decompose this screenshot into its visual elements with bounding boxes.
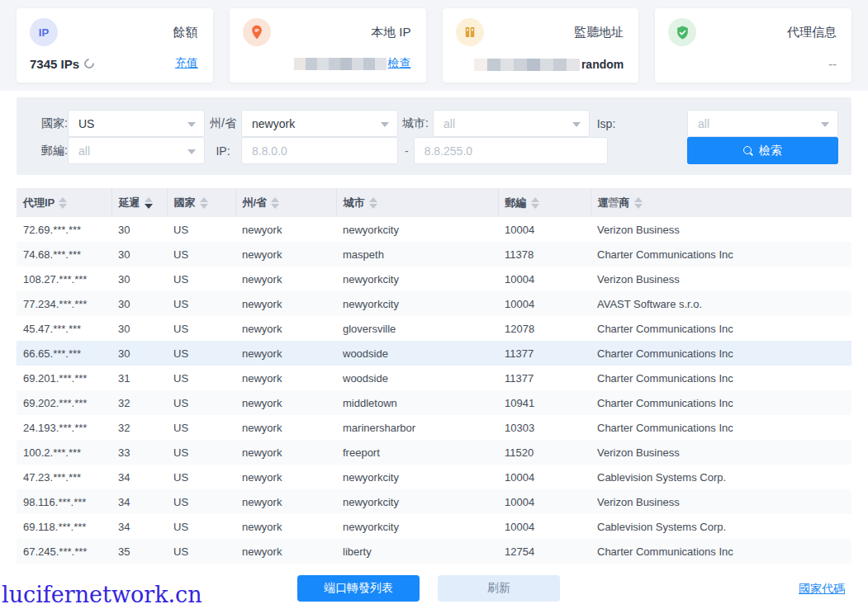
check-ip-link[interactable]: 檢查 bbox=[388, 56, 411, 71]
sort-icons bbox=[59, 197, 67, 209]
refresh-button[interactable]: 刷新 bbox=[438, 575, 560, 602]
table-cell: 69.118.***.*** bbox=[17, 514, 111, 539]
ip-to-input[interactable] bbox=[414, 137, 608, 164]
table-row[interactable]: 108.27.***.***30USnewyorknewyorkcity1000… bbox=[17, 267, 851, 291]
table-cell: 30 bbox=[111, 217, 167, 242]
table-cell: 33 bbox=[111, 440, 167, 465]
table-cell: Verizon Business bbox=[591, 440, 851, 465]
table-cell: 108.27.***.*** bbox=[17, 267, 111, 291]
table-row[interactable]: 100.2.***.***33USnewyorkfreeport11520Ver… bbox=[17, 440, 851, 465]
col-state[interactable]: 州/省 bbox=[235, 188, 336, 217]
table-cell: US bbox=[167, 539, 235, 564]
city-select[interactable]: all bbox=[433, 110, 590, 137]
table-cell: 10303 bbox=[498, 415, 591, 440]
table-cell: 11378 bbox=[498, 242, 591, 267]
table-cell: newyork bbox=[235, 539, 336, 564]
table-cell: 45.47.***.*** bbox=[17, 316, 111, 341]
country-code-link[interactable]: 國家代碼 bbox=[799, 582, 845, 597]
table-row[interactable]: 24.193.***.***32USnewyorkmarinersharbor1… bbox=[17, 415, 851, 440]
table-cell: Charter Communications Inc bbox=[591, 366, 851, 390]
col-latency[interactable]: 延遲 bbox=[111, 188, 167, 217]
table-cell: 32 bbox=[111, 390, 167, 415]
city-label: 城市: bbox=[398, 116, 433, 131]
table-cell: 77.234.***.*** bbox=[17, 291, 111, 316]
card-proxy-info-title: 代理信息 bbox=[787, 25, 837, 40]
listen-address-icon bbox=[456, 18, 484, 46]
col-proxy-ip[interactable]: 代理IP bbox=[17, 188, 111, 217]
table-cell: 47.23.***.*** bbox=[17, 465, 111, 489]
table-cell: US bbox=[167, 415, 235, 440]
table-cell: newyork bbox=[235, 366, 336, 390]
table-cell: woodside bbox=[336, 341, 498, 366]
table-cell: US bbox=[167, 217, 235, 242]
table-cell: 12754 bbox=[498, 539, 591, 564]
table-row[interactable]: 72.69.***.***30USnewyorknewyorkcity10004… bbox=[17, 217, 851, 242]
table-cell: 10004 bbox=[498, 489, 591, 514]
table-cell: Charter Communications Inc bbox=[591, 242, 851, 267]
summary-cards-strip: IP 餘額 7345 IPs 充值 IP 本地 IP 檢查 監聽地 bbox=[0, 0, 868, 91]
table-row[interactable]: 67.245.***.***35USnewyorkliberty12754Cha… bbox=[17, 539, 851, 564]
card-balance: IP 餘額 7345 IPs 充值 bbox=[17, 8, 213, 83]
col-city[interactable]: 城市 bbox=[336, 188, 498, 217]
table-cell: Verizon Business bbox=[591, 489, 851, 514]
table-cell: 32 bbox=[111, 415, 167, 440]
recharge-link[interactable]: 充值 bbox=[175, 56, 198, 71]
table-cell: 12078 bbox=[498, 316, 591, 341]
table-cell: newyorkcity bbox=[336, 217, 498, 242]
ip-from-input[interactable] bbox=[241, 137, 398, 164]
table-cell: newyork bbox=[235, 291, 336, 316]
table-row[interactable]: 98.116.***.***34USnewyorknewyorkcity1000… bbox=[17, 489, 851, 514]
table-cell: marinersharbor bbox=[336, 415, 498, 440]
sort-icons bbox=[531, 197, 539, 209]
table-row[interactable]: 47.23.***.***34USnewyorknewyorkcity10004… bbox=[17, 465, 851, 489]
proxy-table-body: 72.69.***.***30USnewyorknewyorkcity10004… bbox=[17, 217, 851, 564]
table-cell: US bbox=[167, 267, 235, 291]
table-cell: liberty bbox=[336, 539, 498, 564]
col-country[interactable]: 國家 bbox=[167, 188, 235, 217]
table-cell: newyorkcity bbox=[336, 465, 498, 489]
table-cell: newyork bbox=[235, 341, 336, 366]
col-zip[interactable]: 郵編 bbox=[498, 188, 591, 217]
table-cell: 11377 bbox=[498, 366, 591, 390]
search-button[interactable]: 檢索 bbox=[687, 137, 838, 164]
table-row[interactable]: 66.65.***.***30USnewyorkwoodside11377Cha… bbox=[17, 341, 851, 366]
ip-range-separator: - bbox=[405, 144, 409, 158]
table-cell: 31 bbox=[111, 366, 167, 390]
country-select[interactable]: US bbox=[68, 110, 205, 137]
port-forward-list-button[interactable]: 端口轉發列表 bbox=[297, 575, 420, 602]
table-cell: 10004 bbox=[498, 514, 591, 539]
chevron-down-icon bbox=[821, 122, 829, 127]
table-cell: 34 bbox=[111, 514, 167, 539]
table-cell: newyork bbox=[235, 415, 336, 440]
table-cell: Charter Communications Inc bbox=[591, 316, 851, 341]
refresh-balance-icon[interactable] bbox=[83, 57, 97, 71]
table-row[interactable]: 45.47.***.***30USnewyorkgloversville1207… bbox=[17, 316, 851, 341]
table-row[interactable]: 77.234.***.***30USnewyorknewyorkcity1000… bbox=[17, 291, 851, 316]
table-row[interactable]: 69.201.***.***31USnewyorkwoodside11377Ch… bbox=[17, 366, 851, 390]
masked-listen-address bbox=[474, 59, 580, 71]
table-cell: newyork bbox=[235, 390, 336, 415]
table-cell: newyorkcity bbox=[336, 514, 498, 539]
card-local-ip: IP 本地 IP 檢查 bbox=[230, 8, 426, 83]
table-cell: 74.68.***.*** bbox=[17, 242, 111, 267]
table-cell: 34 bbox=[111, 489, 167, 514]
sort-icons bbox=[369, 197, 377, 209]
table-cell: 10004 bbox=[498, 291, 591, 316]
table-cell: 10941 bbox=[498, 390, 591, 415]
table-cell: 10004 bbox=[498, 217, 591, 242]
state-select[interactable]: newyork bbox=[241, 110, 398, 137]
table-cell: newyorkcity bbox=[336, 267, 498, 291]
table-cell: US bbox=[167, 514, 235, 539]
table-row[interactable]: 69.202.***.***32USnewyorkmiddletown10941… bbox=[17, 390, 851, 415]
table-row[interactable]: 69.118.***.***34USnewyorknewyorkcity1000… bbox=[17, 514, 851, 539]
table-cell: US bbox=[167, 291, 235, 316]
zip-select[interactable]: all bbox=[68, 137, 205, 164]
isp-select[interactable]: all bbox=[687, 110, 838, 137]
table-cell: 98.116.***.*** bbox=[17, 489, 111, 514]
table-cell: US bbox=[167, 316, 235, 341]
masked-local-ip bbox=[294, 58, 387, 70]
table-row[interactable]: 74.68.***.***30USnewyorkmaspeth11378Char… bbox=[17, 242, 851, 267]
table-cell: 10004 bbox=[498, 465, 591, 489]
col-carrier[interactable]: 運營商 bbox=[591, 188, 851, 217]
table-cell: maspeth bbox=[336, 242, 498, 267]
